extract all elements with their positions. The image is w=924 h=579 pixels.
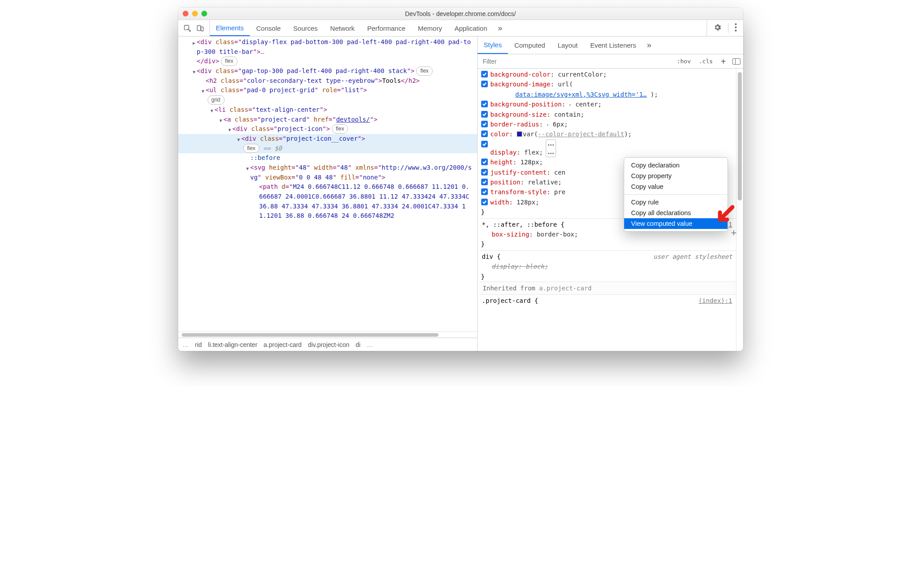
- toggle-cls-button[interactable]: .cls: [697, 57, 715, 65]
- dollar-zero-indicator: == $0: [263, 145, 282, 152]
- pseudo-before[interactable]: ::before: [250, 154, 280, 161]
- add-declaration-plus-icon[interactable]: +: [731, 227, 737, 239]
- sidebar-tab-computed[interactable]: Computed: [508, 37, 551, 54]
- toggle-hov-button[interactable]: :hov: [675, 57, 692, 65]
- declaration-checkbox[interactable]: [481, 81, 488, 87]
- context-menu: Copy declarationCopy propertyCopy valueC…: [624, 157, 728, 232]
- svg-point-4: [735, 26, 736, 28]
- menu-item-copy-declaration[interactable]: Copy declaration: [624, 160, 728, 171]
- svg-point-3: [735, 23, 736, 25]
- sidebar-tab-styles[interactable]: Styles: [478, 37, 508, 54]
- layout-badge-flex[interactable]: flex: [416, 66, 433, 76]
- panel-tab-sources[interactable]: Sources: [287, 20, 324, 36]
- inspect-tools: [178, 20, 210, 36]
- svg-rect-1: [197, 25, 200, 30]
- crumb-overflow-right[interactable]: …: [367, 341, 373, 348]
- declaration-checkbox[interactable]: [481, 71, 488, 77]
- svg-point-5: [735, 30, 736, 32]
- sidebar-tabs: StylesComputedLayoutEvent Listeners»: [478, 37, 743, 54]
- crumb-overflow-left[interactable]: …: [183, 341, 189, 348]
- main-toolbar: ElementsConsoleSourcesNetworkPerformance…: [178, 20, 743, 37]
- css-declaration[interactable]: background-position: ▸ center;: [479, 99, 736, 109]
- annotation-arrow-icon: [714, 204, 735, 227]
- menu-item-copy-rule[interactable]: Copy rule: [624, 197, 728, 208]
- crumb[interactable]: di: [356, 341, 360, 348]
- color-swatch[interactable]: [517, 131, 522, 137]
- layout-badge-flex[interactable]: flex: [243, 144, 260, 153]
- settings-gear-icon[interactable]: [713, 23, 722, 33]
- close-window-button[interactable]: [183, 11, 188, 16]
- panel-tab-network[interactable]: Network: [324, 20, 361, 36]
- panel-tab-memory[interactable]: Memory: [412, 20, 448, 36]
- css-declaration[interactable]: background-size: contain;: [479, 110, 736, 119]
- more-options-icon[interactable]: [735, 23, 737, 33]
- panel-tab-application[interactable]: Application: [448, 20, 493, 36]
- layout-badge-grid[interactable]: grid: [208, 95, 225, 105]
- css-declaration[interactable]: color: var(--color-project-default);: [479, 129, 736, 139]
- flex-editor-icon[interactable]: [546, 139, 556, 157]
- menu-item-view-computed-value[interactable]: View computed value: [624, 218, 728, 229]
- declaration-checkbox[interactable]: [481, 130, 488, 137]
- crumb[interactable]: li.text-align-center: [208, 341, 258, 348]
- styles-filter-input[interactable]: [482, 57, 671, 65]
- panel-tab-console[interactable]: Console: [250, 20, 287, 36]
- panel-tabs: ElementsConsoleSourcesNetworkPerformance…: [210, 20, 507, 36]
- menu-item-copy-value[interactable]: Copy value: [624, 181, 728, 192]
- declaration-checkbox[interactable]: [481, 179, 488, 185]
- crumb[interactable]: a.project-card: [264, 341, 302, 348]
- declaration-checkbox[interactable]: [481, 159, 488, 165]
- declaration-checkbox[interactable]: [481, 141, 488, 147]
- css-declaration[interactable]: border-radius: ▸ 6px;: [479, 119, 736, 129]
- declaration-checkbox[interactable]: [481, 188, 488, 195]
- minimize-window-button[interactable]: [192, 11, 198, 16]
- declaration-checkbox[interactable]: [481, 111, 488, 118]
- more-tabs-icon[interactable]: »: [494, 20, 507, 36]
- title-bar: DevTools - developer.chrome.com/docs/: [178, 8, 743, 20]
- computed-sidebar-toggle-icon[interactable]: [732, 58, 740, 65]
- panel-tab-performance[interactable]: Performance: [361, 20, 412, 36]
- devtools-window: DevTools - developer.chrome.com/docs/ El…: [178, 8, 743, 351]
- window-controls: [183, 11, 207, 16]
- css-declaration[interactable]: background-color: currentColor;: [479, 69, 736, 79]
- elements-panel: ▶<div class="display-flex pad-bottom-300…: [178, 37, 478, 351]
- svg-rect-2: [201, 27, 203, 31]
- menu-item-copy-property[interactable]: Copy property: [624, 171, 728, 181]
- declaration-checkbox[interactable]: [481, 199, 488, 205]
- menu-item-copy-all-declarations[interactable]: Copy all declarations: [624, 208, 728, 218]
- css-declaration[interactable]: background-image: url(data:image/svg+xml…: [479, 79, 736, 99]
- new-style-rule-button[interactable]: +: [719, 57, 728, 66]
- panel-tab-elements[interactable]: Elements: [210, 20, 250, 36]
- h2-text: Tools: [382, 77, 401, 84]
- css-declaration[interactable]: display: flex;: [479, 139, 736, 158]
- device-toolbar-icon[interactable]: [196, 24, 204, 32]
- crumb[interactable]: div.project-icon: [308, 341, 349, 348]
- more-sidebar-tabs-icon[interactable]: »: [642, 37, 656, 54]
- declaration-checkbox[interactable]: [481, 121, 488, 127]
- toolbar-right: [707, 20, 743, 36]
- styles-filter-bar: :hov .cls +: [478, 54, 743, 69]
- horizontal-scrollbar[interactable]: [178, 331, 477, 338]
- zoom-window-button[interactable]: [201, 11, 207, 16]
- dom-tree[interactable]: ▶<div class="display-flex pad-bottom-300…: [178, 37, 477, 331]
- declaration-checkbox[interactable]: [481, 169, 488, 175]
- breadcrumbs[interactable]: … rid li.text-align-center a.project-car…: [178, 338, 477, 351]
- selected-dom-node[interactable]: ▼ <div class="project-icon__cover">: [178, 134, 477, 144]
- sidebar-tab-event-listeners[interactable]: Event Listeners: [584, 37, 642, 54]
- sidebar-tab-layout[interactable]: Layout: [552, 37, 584, 54]
- declaration-checkbox[interactable]: [481, 101, 488, 107]
- layout-badge-flex[interactable]: flex: [332, 124, 348, 134]
- vertical-scrollbar[interactable]: [736, 69, 743, 351]
- inspect-element-icon[interactable]: [184, 24, 191, 32]
- crumb[interactable]: rid: [195, 341, 202, 348]
- window-title: DevTools - developer.chrome.com/docs/: [178, 10, 743, 17]
- layout-badge-flex[interactable]: flex: [221, 57, 237, 66]
